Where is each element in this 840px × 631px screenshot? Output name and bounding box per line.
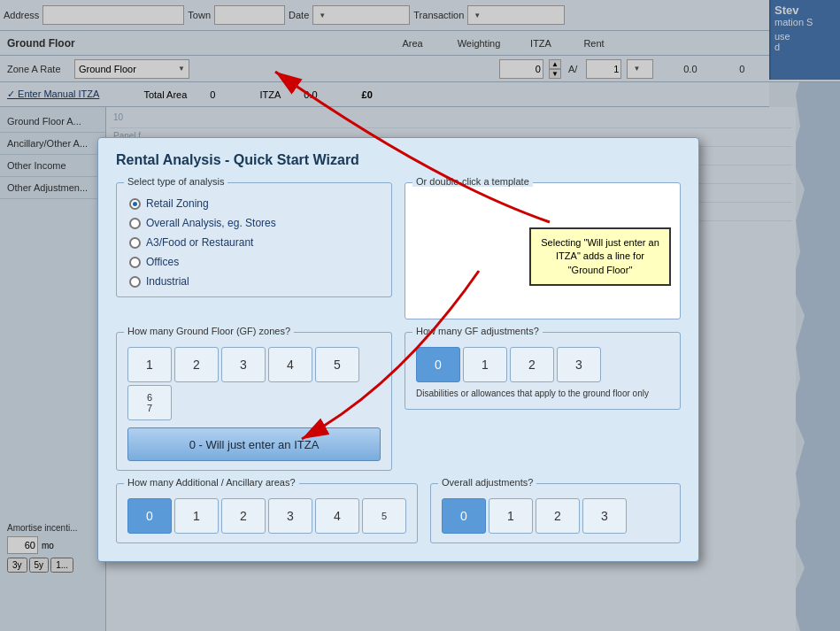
- gf-zone-2-btn[interactable]: 2: [174, 347, 219, 382]
- radio-overall-analysis-label: Overall Analysis, eg. Stores: [146, 217, 276, 229]
- gf-adj-1-btn[interactable]: 1: [463, 347, 507, 382]
- ancillary-1-btn[interactable]: 1: [174, 498, 219, 534]
- gf-zone-1-btn[interactable]: 1: [127, 347, 172, 382]
- radio-offices[interactable]: Offices: [129, 256, 379, 268]
- ancillary-numbers: 0 1 2 3 4 5: [127, 498, 406, 534]
- modal-col-right: Or double-click a template Selecting "Wi…: [405, 182, 681, 319]
- gf-adj-0-btn[interactable]: 0: [416, 347, 460, 382]
- analysis-type-radio-group: Retail Zoning Overall Analysis, eg. Stor…: [129, 197, 379, 288]
- gf-zones-numbers: 1 2 3 4 5 6 7: [127, 347, 381, 420]
- ancillary-5-btn[interactable]: 5: [362, 498, 406, 534]
- gf-zone-3-btn[interactable]: 3: [221, 347, 266, 382]
- additional-areas-row: How many Additional / Ancillary areas? 0…: [116, 483, 681, 543]
- gf-adj-numbers: 0 1 2 3: [416, 347, 669, 382]
- radio-a3-food[interactable]: A3/Food or Restaurant: [129, 236, 379, 249]
- ancillary-title: How many Additional / Ancillary areas?: [124, 477, 299, 488]
- gf-zones-section: How many Ground Floor (GF) zones? 1 2 3 …: [116, 332, 392, 471]
- ancillary-section: How many Additional / Ancillary areas? 0…: [116, 483, 418, 543]
- gf-zone-5-btn[interactable]: 5: [315, 347, 359, 382]
- modal-col-left: Select type of analysis Retail Zoning Ov…: [116, 182, 392, 319]
- overall-adj-2-btn[interactable]: 2: [536, 498, 580, 534]
- itza-button[interactable]: 0 - Will just enter an ITZA: [127, 427, 381, 461]
- overall-adj-box: Overall adjustments? 0 1 2 3: [430, 483, 681, 543]
- modal-columns: Select type of analysis Retail Zoning Ov…: [116, 182, 681, 319]
- overall-adj-3-btn[interactable]: 3: [582, 498, 627, 534]
- analysis-type-title: Select type of analysis: [124, 176, 227, 187]
- ancillary-0-btn[interactable]: 0: [127, 498, 172, 534]
- radio-industrial-label: Industrial: [146, 275, 189, 288]
- radio-retail-zoning[interactable]: Retail Zoning: [129, 197, 379, 210]
- overall-adj-section: Overall adjustments? 0 1 2 3: [430, 483, 681, 543]
- tooltip-text: Selecting "Will just enter an ITZA" adds…: [541, 237, 659, 275]
- overall-adj-title: Overall adjustments?: [438, 477, 536, 488]
- ancillary-box: How many Additional / Ancillary areas? 0…: [116, 483, 418, 543]
- template-section: Or double-click a template Selecting "Wi…: [405, 182, 681, 319]
- gf-adj-2-btn[interactable]: 2: [510, 347, 554, 382]
- radio-overall-analysis[interactable]: Overall Analysis, eg. Stores: [129, 217, 379, 229]
- radio-offices-label: Offices: [146, 256, 179, 268]
- analysis-type-section: Select type of analysis Retail Zoning Ov…: [116, 182, 392, 297]
- template-title: Or double-click a template: [412, 176, 533, 187]
- radio-offices-btn[interactable]: [129, 257, 141, 268]
- overall-adj-numbers: 0 1 2 3: [442, 498, 669, 534]
- gf-zone-6-7-btn[interactable]: 6 7: [127, 385, 172, 420]
- ancillary-3-btn[interactable]: 3: [268, 498, 312, 534]
- gf-adjustments-section: How many GF adjustments? 0 1 2 3 Disabil…: [405, 332, 681, 471]
- ancillary-4-btn[interactable]: 4: [315, 498, 359, 534]
- gf-zone-4-btn[interactable]: 4: [268, 347, 312, 382]
- radio-industrial-btn[interactable]: [129, 276, 141, 288]
- overall-adj-1-btn[interactable]: 1: [489, 498, 533, 534]
- radio-a3-food-label: A3/Food or Restaurant: [146, 236, 253, 249]
- gf-adj-box: How many GF adjustments? 0 1 2 3 Disabil…: [405, 332, 681, 410]
- gf-adj-note: Disabilities or allowances that apply to…: [416, 388, 669, 400]
- gf-zones-title: How many Ground Floor (GF) zones?: [124, 326, 294, 336]
- radio-industrial[interactable]: Industrial: [129, 275, 379, 288]
- ancillary-2-btn[interactable]: 2: [221, 498, 266, 534]
- radio-retail-zoning-label: Retail Zoning: [146, 197, 209, 210]
- tooltip-box: Selecting "Will just enter an ITZA" adds…: [529, 227, 671, 286]
- gf-adj-3-btn[interactable]: 3: [557, 347, 601, 382]
- radio-a3-food-btn[interactable]: [129, 237, 141, 249]
- radio-retail-zoning-btn[interactable]: [129, 198, 141, 210]
- gf-zones-box: How many Ground Floor (GF) zones? 1 2 3 …: [116, 332, 392, 471]
- overall-adj-0-btn[interactable]: 0: [442, 498, 486, 534]
- gf-adj-title: How many GF adjustments?: [412, 326, 543, 336]
- modal-bottom: How many Ground Floor (GF) zones? 1 2 3 …: [116, 332, 681, 471]
- radio-overall-analysis-btn[interactable]: [129, 218, 141, 229]
- quick-start-wizard-modal: Rental Analysis - Quick Start Wizard Sel…: [97, 137, 699, 562]
- modal-title: Rental Analysis - Quick Start Wizard: [116, 152, 681, 168]
